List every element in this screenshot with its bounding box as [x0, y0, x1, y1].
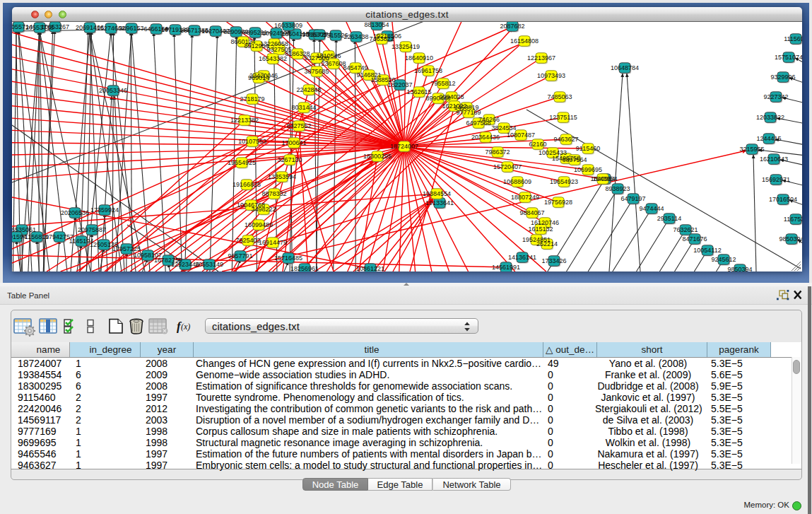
svg-text:16535061: 16535061	[12, 226, 36, 233]
svg-text:10107553: 10107553	[238, 138, 266, 145]
svg-text:14561991: 14561991	[492, 264, 520, 271]
svg-text:1615132: 1615132	[528, 226, 553, 233]
svg-text:9884067: 9884067	[519, 209, 544, 216]
svg-text:2087682: 2087682	[500, 23, 524, 30]
svg-text:2367608: 2367608	[321, 60, 346, 67]
svg-text:15720407: 15720407	[493, 163, 522, 170]
svg-text:9329996: 9329996	[770, 74, 795, 81]
svg-text:12375115: 12375115	[549, 114, 577, 121]
svg-text:3267130: 3267130	[277, 156, 302, 163]
svg-text:9896153: 9896153	[119, 25, 143, 32]
svg-text:2242848: 2242848	[296, 86, 321, 93]
svg-text:7632621: 7632621	[673, 226, 698, 233]
svg-text:10648784: 10648784	[611, 64, 639, 71]
svg-text:12213967: 12213967	[527, 54, 555, 62]
svg-text:20053346: 20053346	[99, 87, 127, 94]
svg-text:10807487: 10807487	[507, 132, 535, 139]
svg-text:19654925: 19654925	[228, 159, 256, 166]
svg-text:12033822: 12033822	[756, 114, 784, 121]
svg-text:9463627: 9463627	[553, 136, 578, 143]
svg-text:19384554: 19384554	[423, 190, 451, 197]
svg-text:9850394: 9850394	[779, 235, 802, 243]
svg-text:20975887: 20975887	[78, 226, 106, 233]
svg-text:14136141: 14136141	[508, 254, 536, 261]
svg-text:10054112: 10054112	[693, 247, 721, 254]
svg-text:16210643: 16210643	[760, 156, 788, 163]
svg-text:8454749: 8454749	[343, 64, 367, 71]
svg-text:9777169: 9777169	[456, 109, 481, 116]
svg-text:1588520: 1588520	[370, 76, 395, 83]
svg-text:16961758: 16961758	[414, 67, 442, 74]
svg-text:10861221: 10861221	[356, 265, 384, 271]
svg-text:1115692: 1115692	[784, 35, 802, 42]
svg-text:19133641: 19133641	[425, 199, 454, 206]
svg-text:8471676: 8471676	[682, 235, 707, 243]
svg-text:8813054: 8813054	[364, 22, 389, 28]
svg-text:9657791: 9657791	[228, 252, 252, 259]
svg-text:10025433: 10025433	[539, 149, 567, 156]
svg-text:7955812: 7955812	[430, 80, 455, 87]
svg-text:7357274: 7357274	[307, 31, 331, 38]
svg-text:15692971: 15692971	[762, 176, 790, 183]
svg-text:20206536: 20206536	[61, 209, 89, 216]
svg-text:3215955: 3215955	[739, 146, 764, 153]
svg-text:9850394: 9850394	[727, 266, 752, 271]
svg-text:3498222: 3498222	[251, 206, 276, 213]
svg-text:16154808: 16154808	[510, 37, 539, 45]
svg-text:15716485: 15716485	[274, 255, 302, 262]
svg-text:1640954: 1640954	[590, 175, 615, 182]
svg-text:17359924: 17359924	[90, 206, 119, 214]
svg-text:2263438: 2263438	[343, 33, 368, 40]
svg-text:10973493: 10973493	[537, 72, 565, 79]
svg-text:12213382: 12213382	[230, 117, 259, 124]
svg-text:8427552: 8427552	[286, 122, 311, 129]
svg-text:7485063: 7485063	[547, 93, 572, 100]
svg-text:13353594: 13353594	[268, 173, 296, 180]
svg-text:3824534: 3824534	[491, 124, 516, 132]
svg-text:9115460: 9115460	[576, 145, 600, 152]
svg-text:20364436: 20364436	[471, 134, 500, 141]
svg-text:7463822: 7463822	[369, 35, 394, 42]
svg-text:17016504: 17016504	[769, 196, 797, 203]
svg-text:6897564: 6897564	[562, 156, 587, 163]
svg-text:1244415: 1244415	[756, 135, 781, 142]
svg-text:15751074: 15751074	[775, 54, 802, 61]
svg-text:18640910: 18640910	[405, 54, 433, 62]
svg-text:8031444: 8031444	[291, 104, 316, 111]
svg-text:10688609: 10688609	[503, 178, 531, 185]
svg-text:7625402: 7625402	[235, 237, 260, 244]
svg-text:252214: 252214	[536, 240, 558, 247]
svg-text:7986372: 7986372	[485, 148, 510, 156]
svg-text:9227342: 9227342	[763, 93, 788, 100]
svg-text:19756928: 19756928	[544, 199, 572, 206]
svg-text:2935114: 2935114	[657, 215, 681, 222]
svg-text:8878332: 8878332	[261, 190, 286, 197]
svg-text:16914479: 16914479	[259, 239, 287, 246]
svg-text:19654923: 19654923	[550, 178, 578, 185]
svg-text:16033809: 16033809	[274, 22, 302, 29]
svg-text:746266: 746266	[478, 116, 500, 123]
svg-text:8938923: 8938923	[605, 185, 630, 192]
svg-text:10699695: 10699695	[574, 166, 602, 173]
svg-text:9474444: 9474444	[639, 205, 664, 212]
svg-text:13325419: 13325419	[392, 43, 420, 50]
svg-text:18724007: 18724007	[390, 143, 418, 150]
svg-text:18807249: 18807249	[511, 194, 539, 201]
svg-text:2718179: 2718179	[240, 95, 264, 103]
svg-text:1810546: 1810546	[316, 52, 341, 59]
svg-text:16543382: 16543382	[259, 55, 287, 62]
svg-text:989014: 989014	[248, 74, 269, 81]
svg-text:1167536: 1167536	[784, 216, 802, 223]
svg-text:12923446: 12923446	[171, 261, 199, 268]
svg-text:9994028: 9994028	[439, 93, 464, 100]
svg-text:62160: 62160	[529, 141, 546, 148]
svg-text:19166825: 19166825	[233, 181, 261, 188]
svg-text:(x): (x)	[181, 322, 190, 332]
svg-text:10653267: 10653267	[41, 23, 69, 30]
svg-text:1700641: 1700641	[281, 139, 306, 146]
svg-text:3875685: 3875685	[304, 68, 329, 75]
svg-text:9245612: 9245612	[711, 256, 736, 263]
svg-text:1733426: 1733426	[541, 257, 566, 264]
svg-text:6479197: 6479197	[620, 195, 645, 202]
svg-text:18300295: 18300295	[363, 153, 392, 160]
